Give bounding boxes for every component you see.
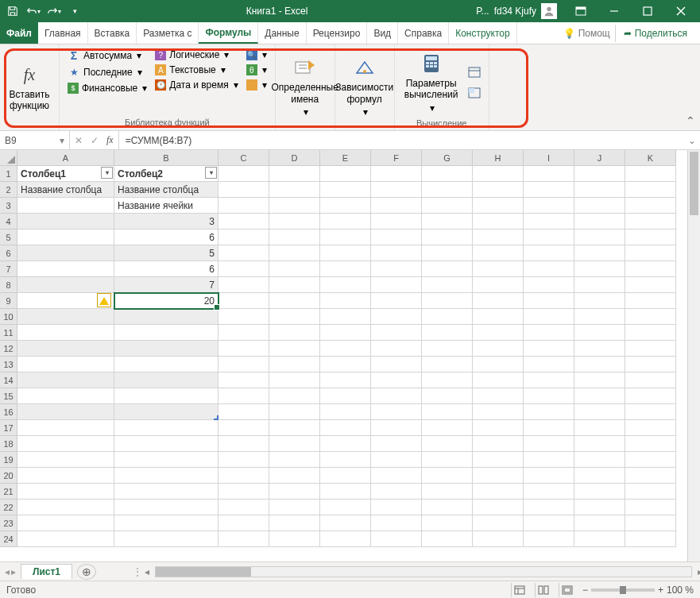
horizontal-scrollbar[interactable]: ◂▸ — [155, 566, 692, 577]
cell[interactable] — [473, 357, 524, 372]
tab-layout[interactable]: Разметка с — [137, 22, 199, 44]
cell[interactable] — [320, 404, 371, 420]
cell[interactable] — [524, 500, 574, 515]
cell[interactable] — [320, 198, 371, 214]
cell[interactable] — [269, 230, 320, 245]
cell[interactable] — [219, 404, 269, 420]
cell[interactable] — [17, 245, 114, 261]
cell[interactable]: Столбец2▾ — [114, 166, 219, 182]
row-header[interactable]: 13 — [0, 357, 17, 372]
cell[interactable] — [422, 531, 473, 547]
name-box[interactable]: B9▾ — [0, 131, 70, 149]
cell[interactable] — [269, 309, 320, 325]
save-icon[interactable] — [3, 2, 22, 21]
redo-icon[interactable]: ▾ — [44, 2, 64, 21]
cell[interactable] — [422, 436, 473, 452]
cell[interactable] — [17, 484, 114, 500]
cell[interactable] — [473, 261, 524, 277]
cell[interactable] — [625, 500, 676, 515]
cell[interactable] — [219, 388, 269, 404]
cell[interactable] — [17, 388, 114, 404]
cell[interactable] — [269, 404, 320, 420]
cell[interactable] — [320, 357, 371, 372]
zoom-in-icon[interactable]: + — [658, 584, 663, 596]
cell[interactable] — [17, 500, 114, 515]
cell[interactable] — [524, 341, 574, 357]
cancel-icon[interactable]: ✕ — [75, 135, 83, 146]
cell[interactable] — [114, 388, 219, 404]
cell[interactable] — [524, 468, 574, 484]
cell[interactable] — [625, 293, 676, 309]
cell[interactable] — [524, 214, 574, 230]
insert-function-button[interactable]: fx Вставить функцию — [5, 48, 54, 125]
cell[interactable] — [320, 341, 371, 357]
column-header[interactable]: F — [371, 150, 422, 166]
row-header[interactable]: 24 — [0, 531, 17, 547]
page-layout-view-icon[interactable] — [535, 583, 552, 597]
cell[interactable] — [17, 214, 114, 230]
cell[interactable] — [371, 531, 422, 547]
zoom-controls[interactable]: − + 100 % — [582, 584, 694, 596]
tab-data[interactable]: Данные — [258, 22, 306, 44]
cell[interactable] — [574, 436, 625, 452]
cell[interactable] — [422, 293, 473, 309]
cell[interactable] — [625, 531, 676, 547]
cell[interactable] — [422, 452, 473, 468]
cell[interactable] — [422, 166, 473, 182]
cell[interactable] — [320, 388, 371, 404]
cell[interactable] — [473, 277, 524, 293]
cell[interactable] — [473, 198, 524, 214]
cell[interactable] — [17, 452, 114, 468]
cell[interactable] — [524, 484, 574, 500]
cell[interactable] — [320, 420, 371, 436]
cell[interactable] — [422, 515, 473, 531]
cell[interactable] — [114, 372, 219, 388]
cell[interactable] — [219, 420, 269, 436]
tab-review[interactable]: Рецензиро — [307, 22, 368, 44]
cell[interactable] — [219, 341, 269, 357]
normal-view-icon[interactable] — [511, 583, 528, 597]
cell[interactable] — [625, 388, 676, 404]
cell[interactable] — [625, 515, 676, 531]
cell[interactable] — [524, 388, 574, 404]
cell[interactable] — [625, 436, 676, 452]
cell[interactable] — [17, 230, 114, 245]
cell[interactable] — [422, 325, 473, 341]
cell[interactable] — [524, 293, 574, 309]
cell[interactable] — [574, 277, 625, 293]
cell[interactable] — [371, 198, 422, 214]
row-header[interactable]: 22 — [0, 500, 17, 515]
cell[interactable] — [473, 214, 524, 230]
cell[interactable] — [625, 245, 676, 261]
cell[interactable] — [524, 357, 574, 372]
cell[interactable] — [17, 436, 114, 452]
cell[interactable]: Название ячейки — [114, 198, 219, 214]
cell[interactable] — [269, 166, 320, 182]
cell[interactable] — [524, 325, 574, 341]
cell[interactable] — [114, 484, 219, 500]
row-header[interactable]: 10 — [0, 309, 17, 325]
cell[interactable] — [625, 325, 676, 341]
cell[interactable] — [320, 277, 371, 293]
cell[interactable] — [574, 245, 625, 261]
cell[interactable] — [114, 468, 219, 484]
cell[interactable] — [219, 245, 269, 261]
cell[interactable] — [473, 420, 524, 436]
cell[interactable] — [371, 309, 422, 325]
cell[interactable] — [17, 468, 114, 484]
sheet-tab[interactable]: Лист1 — [21, 564, 72, 579]
cell[interactable] — [219, 261, 269, 277]
cell[interactable] — [473, 230, 524, 245]
cell[interactable] — [371, 214, 422, 230]
cell[interactable] — [320, 372, 371, 388]
cell[interactable]: 6 — [114, 261, 219, 277]
cell[interactable] — [17, 309, 114, 325]
cell[interactable] — [473, 388, 524, 404]
cell[interactable] — [422, 357, 473, 372]
column-header[interactable]: I — [524, 150, 574, 166]
filter-dropdown-icon[interactable]: ▾ — [101, 167, 113, 179]
cell[interactable] — [219, 452, 269, 468]
cell[interactable] — [320, 261, 371, 277]
tell-me[interactable]: 💡Помощ — [559, 28, 615, 39]
cell[interactable] — [269, 452, 320, 468]
